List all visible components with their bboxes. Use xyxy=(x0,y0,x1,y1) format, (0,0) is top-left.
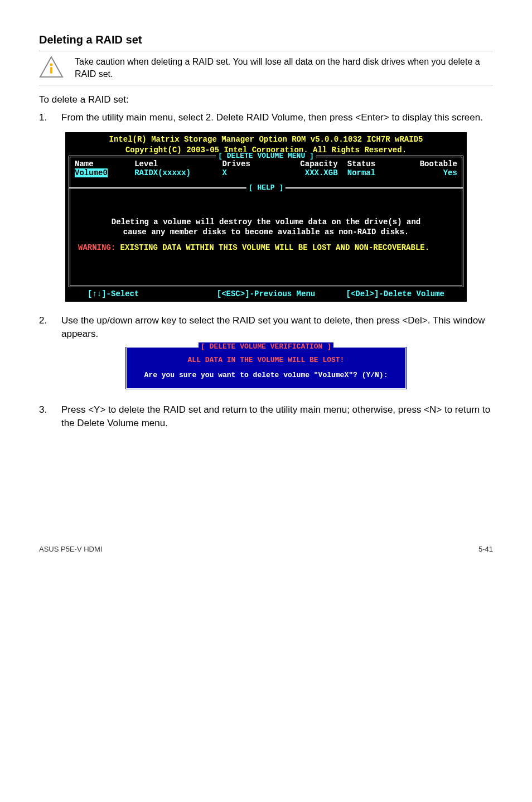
col-name: Name xyxy=(75,160,125,168)
step-2: 2. Use the up/down arrow key to select t… xyxy=(39,314,493,341)
bios-header-line1: Intel(R) Matrix Storage Manager Option R… xyxy=(69,134,463,145)
col-bootable: Bootable xyxy=(407,160,457,168)
cell-status: Normal xyxy=(347,168,398,177)
step-text: Use the up/down arrow key to select the … xyxy=(61,314,493,341)
warning-text: EXISTING DATA WITHIN THIS VOLUME WILL BE… xyxy=(115,243,429,252)
dialog-warning: ALL DATA IN THE VOLUME WILL BE LOST! xyxy=(132,356,400,364)
warning-line: WARNING: EXISTING DATA WITHIN THIS VOLUM… xyxy=(78,243,454,252)
col-level: Level xyxy=(134,160,212,168)
svg-rect-2 xyxy=(50,67,52,74)
cell-bootable: Yes xyxy=(407,168,457,177)
help-line2: cause any member disks to become availab… xyxy=(75,227,457,238)
hint-delete: [<Del>]-Delete Volume xyxy=(326,289,444,298)
step-number: 2. xyxy=(39,314,61,341)
dialog-title: [ DELETE VOLUME VERIFICATION ] xyxy=(199,342,333,351)
cell-level: RAIDX(xxxxx) xyxy=(134,168,212,177)
dialog-question: Are you sure you want to delete volume "… xyxy=(132,371,400,379)
caution-box: Take caution when deleting a RAID set. Y… xyxy=(39,51,493,85)
frame-title-delete: [ DELETE VOLUME MENU ] xyxy=(216,152,316,160)
warning-label: WARNING: xyxy=(78,243,115,252)
footer-left: ASUS P5E-V HDMI xyxy=(39,545,102,553)
step-3: 3. Press <Y> to delete the RAID set and … xyxy=(39,403,493,430)
intro-text: To delete a RAID set: xyxy=(39,94,493,105)
cell-name: Volume0 xyxy=(75,168,108,177)
col-capacity: Capacity xyxy=(277,160,338,168)
delete-verification-dialog: [ DELETE VOLUME VERIFICATION ] ALL DATA … xyxy=(125,346,407,390)
cell-capacity: XXX.XGB xyxy=(277,168,338,177)
col-drives: Drives xyxy=(222,160,267,168)
cell-drives: X xyxy=(222,168,267,177)
step-text: Press <Y> to delete the RAID set and ret… xyxy=(61,403,493,430)
col-status: Status xyxy=(347,160,398,168)
caution-icon xyxy=(39,56,64,80)
svg-point-1 xyxy=(50,64,53,66)
help-frame: [ HELP ] Deleting a volume will destroy … xyxy=(69,187,463,288)
step-number: 3. xyxy=(39,403,61,430)
hint-select: [↑↓]-Select xyxy=(88,289,206,298)
footer-right: 5-41 xyxy=(478,545,493,553)
caution-text: Take caution when deleting a RAID set. Y… xyxy=(75,56,493,80)
hint-previous: [<ESC>]-Previous Menu xyxy=(206,289,325,298)
help-line1: Deleting a volume will destroy the volum… xyxy=(75,217,457,228)
step-1: 1. From the utility main menu, select 2.… xyxy=(39,111,493,124)
bios-screenshot: Intel(R) Matrix Storage Manager Option R… xyxy=(65,132,467,302)
section-heading: Deleting a RAID set xyxy=(39,33,493,46)
frame-title-help: [ HELP ] xyxy=(246,183,286,192)
bios-bottom-bar: [↑↓]-Select [<ESC>]-Previous Menu [<Del>… xyxy=(65,287,467,302)
step-text: From the utility main menu, select 2. De… xyxy=(61,111,493,124)
step-number: 1. xyxy=(39,111,61,124)
table-header: Name Level Drives Capacity Status Bootab… xyxy=(75,160,457,168)
page-footer: ASUS P5E-V HDMI 5-41 xyxy=(39,542,493,553)
table-row: Volume0 RAIDX(xxxxx) X XXX.XGB Normal Ye… xyxy=(75,168,457,177)
